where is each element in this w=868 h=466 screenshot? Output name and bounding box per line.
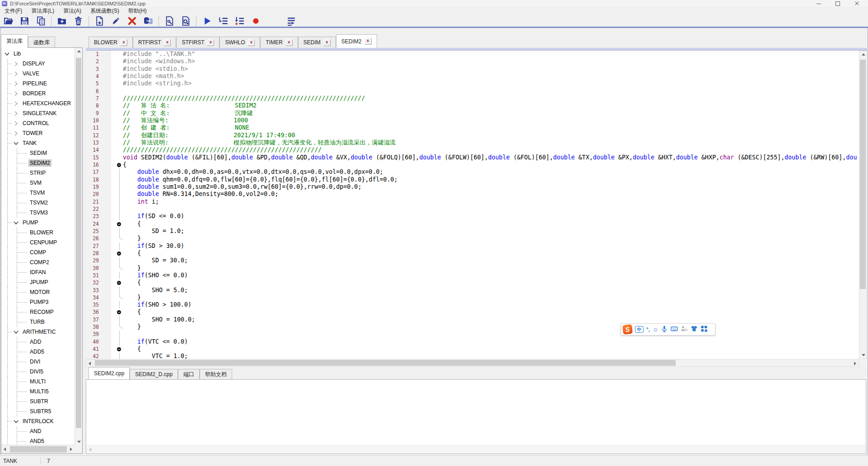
fold-collapse-icon[interactable] (117, 310, 121, 314)
chevron-down-icon[interactable] (12, 140, 19, 147)
sidebar-tab-函数库[interactable]: 函数库 (28, 37, 55, 48)
close-tab-icon[interactable]: x (285, 39, 293, 46)
menu-item-3[interactable]: 系统函数(S) (86, 7, 124, 15)
scroll-down-icon[interactable] (862, 354, 865, 356)
close-tab-icon[interactable]: x (364, 38, 372, 45)
step-list-button[interactable] (216, 16, 230, 27)
db-transfer-button[interactable] (141, 16, 155, 27)
menu-item-0[interactable]: 文件(F) (0, 7, 27, 15)
tree-item-lib[interactable]: Lib (1, 49, 75, 59)
close-button[interactable] (847, 0, 866, 7)
tree-horizontal-scrollbar[interactable] (1, 445, 75, 453)
fold-marker[interactable] (111, 308, 123, 316)
tree-item-subtr[interactable]: SUBTR (1, 396, 75, 406)
chinese-mode-icon[interactable]: 中 (635, 326, 644, 333)
tree-item-interlock[interactable]: INTERLOCK (1, 416, 75, 426)
editor-tab-stfirst[interactable]: STFIRSTx (176, 37, 219, 48)
tree-item-heatexchanger[interactable]: HEATEXCHANGER (1, 98, 75, 108)
chevron-right-icon[interactable] (12, 80, 19, 87)
tree-item-svm[interactable]: SVM (1, 178, 75, 188)
editor-tab-swhlo[interactable]: SWHLOx (219, 37, 260, 48)
scroll-left-icon[interactable] (89, 362, 91, 365)
tree-item-valve[interactable]: VALVE (1, 69, 75, 79)
tree-item-and5[interactable]: AND5 (1, 436, 75, 445)
keyboard-button[interactable] (671, 325, 678, 334)
close-tab-icon[interactable]: x (247, 39, 255, 46)
tree-item-jpump[interactable]: JPUMP (1, 277, 75, 287)
tree-vertical-scrollbar[interactable] (75, 48, 82, 445)
fold-marker[interactable] (111, 161, 123, 168)
close-tab-icon[interactable]: x (163, 39, 171, 46)
chevron-right-icon[interactable] (12, 130, 19, 137)
sogou-logo[interactable]: S (622, 324, 633, 335)
tree-item-idfan[interactable]: IDFAN (1, 267, 75, 277)
document-tab-sedim2_d.cpp[interactable]: SEDIM2_D.cpp (130, 369, 178, 379)
menu-item-2[interactable]: 算法(A) (59, 7, 86, 15)
tree-item-sedim2[interactable]: SEDIM2 (1, 158, 75, 168)
tree-item-pump3[interactable]: PUMP3 (1, 297, 75, 307)
tree-item-divi5[interactable]: DIVI5 (1, 367, 75, 377)
scrollbar-thumb[interactable] (860, 60, 866, 289)
chevron-right-icon[interactable] (12, 100, 19, 107)
fold-collapse-icon[interactable] (117, 163, 121, 167)
tree-item-tank[interactable]: TANK (1, 138, 75, 148)
mic-button[interactable] (661, 325, 668, 334)
run-button[interactable] (200, 16, 214, 27)
document-tab-sedim2.cpp[interactable]: SEDIM2.cpp (89, 367, 130, 379)
tree-item-turb[interactable]: TURB (1, 317, 75, 327)
tree-item-add5[interactable]: ADD5 (1, 347, 75, 357)
tree-item-arithmetic[interactable]: ARITHMETIC (1, 327, 75, 337)
tree-item-tsvm2[interactable]: TSVM2 (1, 198, 75, 208)
scroll-up-icon[interactable] (862, 53, 865, 56)
code-editor[interactable]: 1#include "..\TANK.h"2#include <windows.… (86, 51, 859, 359)
tree-item-subtr5[interactable]: SUBTR5 (1, 406, 75, 416)
editor-tab-rtfirst[interactable]: RTFIRSTx (133, 37, 176, 48)
scroll-left-icon[interactable] (89, 448, 91, 452)
editor-horizontal-scrollbar[interactable] (86, 359, 859, 367)
chevron-right-icon[interactable] (12, 60, 19, 67)
tree-item-border[interactable]: BORDER (1, 89, 75, 98)
delete-trash-button[interactable] (71, 16, 85, 27)
scroll-right-icon[interactable] (854, 362, 856, 365)
chevron-down-icon[interactable] (12, 219, 19, 226)
tree-item-sedim[interactable]: SEDIM (1, 148, 75, 158)
person-card-button[interactable] (681, 325, 688, 334)
scroll-up-icon[interactable] (77, 50, 81, 52)
close-tab-icon[interactable]: x (323, 39, 331, 46)
tree-item-multi5[interactable]: MULTI5 (1, 387, 75, 396)
tree-item-strip[interactable]: STRIP (1, 168, 75, 178)
editor-tab-sedim[interactable]: SEDIMx (298, 37, 336, 48)
chevron-down-icon[interactable] (12, 328, 19, 336)
menu-item-1[interactable]: 算法库(L) (27, 7, 59, 15)
edit-pencil-button[interactable] (109, 16, 122, 27)
tree-item-pipeline[interactable]: PIPELINE (1, 79, 75, 89)
document-tab-帮助文档[interactable]: 帮助文档 (200, 369, 232, 379)
chevron-right-icon[interactable] (12, 110, 19, 117)
menu-item-4[interactable]: 帮助(H) (124, 7, 151, 15)
scroll-right-icon[interactable] (70, 447, 72, 451)
document-tab-端口[interactable]: 端口 (178, 369, 200, 379)
fold-collapse-icon[interactable] (117, 222, 121, 226)
fold-marker[interactable] (111, 345, 123, 353)
editor-tab-sedim2[interactable]: SEDIM2x (336, 34, 377, 48)
scroll-down-icon[interactable] (77, 441, 81, 443)
fold-marker[interactable] (111, 220, 123, 228)
goto-list-button[interactable] (284, 16, 298, 27)
scrollbar-thumb[interactable] (95, 360, 676, 366)
fold-marker[interactable] (111, 250, 123, 257)
save-button[interactable] (18, 16, 31, 27)
punctuation-icon[interactable]: °, (646, 326, 650, 333)
chevron-right-icon[interactable] (12, 90, 19, 97)
paste-button[interactable] (34, 16, 47, 27)
tree-item-display[interactable]: DISPLAY (1, 59, 75, 69)
folder-add-button[interactable] (55, 16, 69, 27)
file-new-button[interactable] (93, 16, 106, 27)
tree-item-blower[interactable]: BLOWER (1, 228, 75, 238)
skin-button[interactable] (691, 325, 698, 334)
open-folder-button[interactable] (1, 16, 15, 27)
grid-button[interactable] (700, 325, 708, 334)
tree-item-tower[interactable]: TOWER (1, 128, 75, 138)
chevron-right-icon[interactable] (12, 120, 19, 127)
tree-item-comp[interactable]: COMP (1, 247, 75, 257)
file-build-button[interactable] (163, 16, 176, 27)
